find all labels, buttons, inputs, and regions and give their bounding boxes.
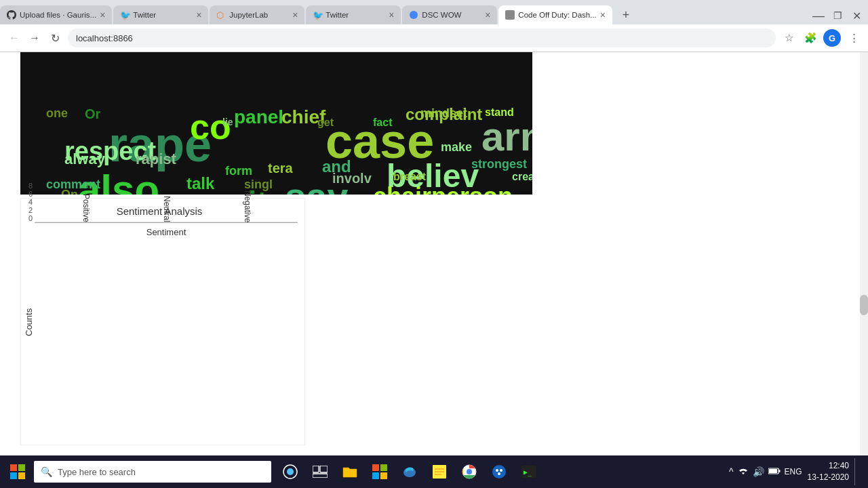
svg-rect-5: [18, 472, 25, 479]
taskbar-app-terminal[interactable]: ▶_: [515, 458, 542, 485]
word-panel: panel: [234, 106, 283, 128]
address-input[interactable]: [68, 28, 776, 47]
taskbar-app-taskview[interactable]: [307, 458, 334, 485]
taskbar-app-ds4[interactable]: [486, 458, 513, 485]
clock[interactable]: 12:40 13-12-2020: [808, 460, 849, 483]
github-icon: [7, 10, 16, 20]
taskbar-app-stickynotes[interactable]: [426, 458, 453, 485]
address-bar-row: ← → ↻ ☆ 🧩 G ⋮: [0, 24, 868, 52]
word-On: On: [61, 188, 78, 195]
jupyter-icon: ⬡: [216, 10, 226, 20]
avatar[interactable]: G: [823, 29, 841, 47]
chart-inner: 0 2 4 6 8 Positive: [35, 222, 298, 223]
svg-rect-10: [313, 474, 328, 478]
taskbar-app-cortana[interactable]: [277, 458, 304, 485]
svg-point-25: [498, 472, 500, 475]
nav-buttons: ← → ↻: [5, 29, 64, 47]
svg-point-22: [492, 465, 506, 479]
forward-button[interactable]: →: [26, 29, 43, 47]
word-one: one: [46, 106, 68, 121]
twitter-icon-1: 🐦: [120, 10, 130, 20]
language-indicator[interactable]: ENG: [785, 467, 802, 476]
scrollbar[interactable]: [860, 52, 868, 456]
y-tick-8: 8: [16, 182, 33, 190]
taskbar-app-chrome[interactable]: [456, 458, 483, 485]
svg-rect-3: [18, 464, 25, 471]
tab-jupyter[interactable]: ⬡ JupyterLab ×: [210, 5, 304, 24]
bar-neutral-label: Neutral: [162, 196, 172, 222]
svg-point-7: [287, 468, 294, 475]
tab-dsc-close[interactable]: ×: [485, 9, 490, 20]
word-complaint: complaint: [406, 105, 482, 124]
search-placeholder: Type here to search: [58, 467, 136, 477]
close-window-button[interactable]: ✕: [848, 7, 865, 24]
codeoff-icon: [505, 10, 515, 20]
x-axis-label: Sentiment: [35, 227, 298, 237]
word-involv: involv: [332, 171, 372, 186]
word-talk: talk: [186, 174, 214, 193]
svg-rect-1: [505, 10, 515, 20]
show-desktop-button[interactable]: [854, 458, 859, 485]
svg-rect-4: [10, 472, 17, 479]
taskbar: 🔍 Type here to search: [0, 455, 868, 488]
y-tick-6: 6: [16, 190, 33, 198]
y-tick-0: 0: [16, 214, 33, 222]
word-arm: arm: [481, 113, 532, 160]
svg-point-23: [496, 469, 498, 472]
taskbar-app-store[interactable]: [366, 458, 393, 485]
tab-dsc-label: DSC WOW: [422, 11, 481, 19]
toolbar-icons: ☆ 🧩 G ⋮: [780, 29, 863, 47]
reload-button[interactable]: ↻: [46, 29, 64, 47]
svg-rect-14: [380, 472, 387, 479]
taskbar-search[interactable]: 🔍 Type here to search: [34, 461, 271, 483]
tab-twitter1[interactable]: 🐦 Twitter ×: [113, 5, 208, 24]
taskbar-app-filemanager[interactable]: [336, 458, 363, 485]
word-cloud-inner: rapecasealsosayevericatcalarmbelievwrong…: [20, 52, 532, 195]
tab-codeoff[interactable]: Code Off Duty: Dash... ×: [498, 5, 612, 24]
tray-network-icon[interactable]: [738, 466, 749, 478]
tab-twitter2-close[interactable]: ×: [389, 9, 394, 20]
tray-volume-icon[interactable]: 🔊: [753, 466, 764, 477]
word-lie: lie: [222, 117, 233, 127]
word-cloud: rapecasealsosayevericatcalarmbelievwrong…: [20, 52, 532, 195]
tab-codeoff-label: Code Off Duty: Dash...: [518, 11, 596, 19]
word-stand: stand: [485, 106, 514, 119]
minimize-button[interactable]: —: [810, 7, 827, 24]
tab-jupyter-close[interactable]: ×: [292, 9, 298, 20]
word-form: form: [225, 164, 252, 178]
taskbar-app-edge[interactable]: [396, 458, 423, 485]
tab-github-label: Upload files · Gauris...: [20, 11, 96, 19]
tab-github-close[interactable]: ×: [100, 9, 105, 20]
clock-date: 13-12-2020: [808, 472, 849, 483]
tab-twitter2[interactable]: 🐦 Twitter ×: [306, 5, 401, 24]
tray-chevron[interactable]: ^: [729, 466, 734, 477]
word-breast: breast: [393, 171, 426, 183]
svg-point-21: [467, 469, 472, 474]
word-tera: tera: [268, 161, 293, 176]
new-tab-button[interactable]: +: [616, 5, 635, 24]
bookmark-button[interactable]: ☆: [780, 29, 797, 47]
tab-twitter1-close[interactable]: ×: [196, 9, 201, 20]
svg-rect-11: [372, 464, 379, 471]
word-strongest: strongest: [471, 157, 527, 171]
twitter-icon-2: 🐦: [313, 10, 322, 20]
svg-rect-29: [769, 469, 777, 473]
word-fact: fact: [373, 117, 392, 129]
tab-dsc[interactable]: DSC WOW ×: [402, 5, 497, 24]
menu-button[interactable]: ⋮: [845, 29, 863, 47]
start-button[interactable]: [4, 458, 31, 485]
scrollbar-thumb[interactable]: [860, 295, 868, 315]
chart-title: Sentiment Analysis: [21, 205, 298, 217]
svg-rect-13: [372, 472, 379, 479]
chart-area: Counts 0 2 4 6 8: [21, 222, 298, 422]
svg-rect-30: [778, 470, 780, 472]
back-button[interactable]: ←: [5, 29, 23, 47]
word-make: make: [441, 140, 472, 155]
extensions-button[interactable]: 🧩: [802, 29, 819, 47]
tab-twitter1-label: Twitter: [133, 11, 193, 19]
tray-battery-icon[interactable]: [768, 466, 781, 477]
tab-github[interactable]: Upload files · Gauris... ×: [0, 5, 112, 24]
tab-codeoff-close[interactable]: ×: [600, 9, 606, 20]
taskbar-right: ^ 🔊 ENG 12:40 13-12-2020: [729, 458, 864, 485]
maximize-button[interactable]: ❐: [829, 7, 846, 24]
